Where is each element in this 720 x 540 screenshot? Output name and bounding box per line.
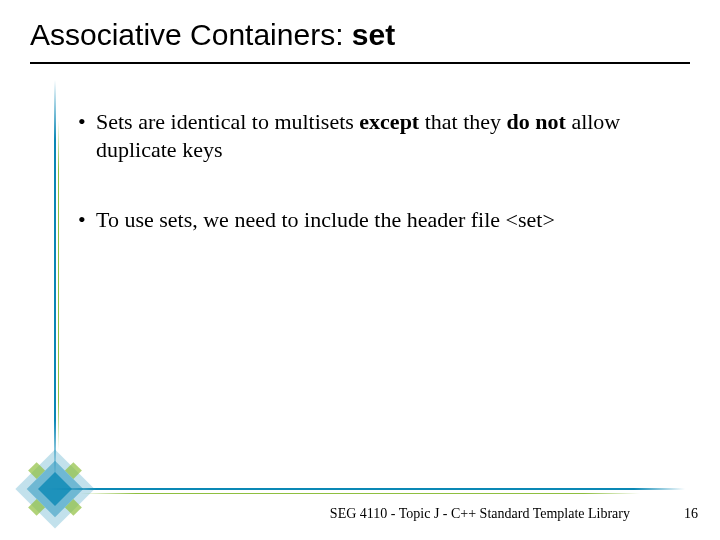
- bullet-text-run: Sets are identical to multisets: [96, 109, 359, 134]
- slide-title: Associative Containers: set: [30, 18, 690, 52]
- slide-footer: SEG 4110 - Topic J - C++ Standard Templa…: [0, 498, 720, 522]
- bottom-accent-teal: [45, 488, 685, 490]
- bottom-accent-green: [80, 493, 640, 494]
- bullet-text-run: that they: [419, 109, 506, 134]
- bullet-item: To use sets, we need to include the head…: [78, 206, 670, 234]
- footer-text: SEG 4110 - Topic J - C++ Standard Templa…: [330, 506, 630, 522]
- bullet-text-run: To use sets, we need to include the head…: [96, 207, 555, 232]
- title-underline: [30, 62, 690, 64]
- slide: Associative Containers: set Sets are ide…: [0, 0, 720, 540]
- vertical-accent-teal: [54, 80, 56, 480]
- bullet-text-run: except: [359, 109, 419, 134]
- vertical-accent-green: [58, 120, 59, 450]
- bullet-text-run: do not: [507, 109, 566, 134]
- bullet-item: Sets are identical to multisets except t…: [78, 108, 670, 164]
- page-number: 16: [684, 506, 698, 522]
- title-prefix: Associative Containers:: [30, 18, 352, 51]
- slide-body: Sets are identical to multisets except t…: [78, 108, 670, 276]
- title-bold: set: [352, 18, 395, 51]
